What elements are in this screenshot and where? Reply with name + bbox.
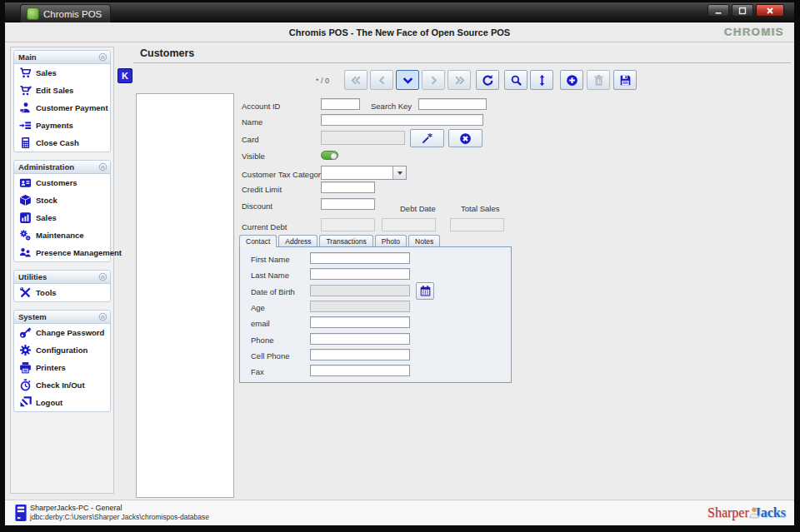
title-separator — [133, 62, 791, 63]
sidebar-item-label: Tools — [36, 288, 57, 297]
tab-photo[interactable]: Photo — [375, 235, 407, 246]
credit-limit-field[interactable] — [321, 181, 375, 193]
keyboard-button[interactable]: K — [118, 68, 132, 83]
debt-date-field — [382, 218, 436, 231]
sidebar-item-label: Printers — [36, 363, 66, 372]
sidebar-item-edit-sales[interactable]: Edit Sales — [14, 82, 110, 99]
previous-record-button — [370, 70, 393, 90]
section-header-administration[interactable]: Administration — [14, 161, 110, 174]
record-counter: * / 0 — [305, 77, 340, 85]
app-logo-icon — [27, 7, 39, 20]
clock-icon — [19, 379, 32, 391]
key-icon — [19, 326, 32, 339]
sidebar-item-check-in-out[interactable]: Check In/Out — [14, 376, 110, 394]
search-key-field[interactable] — [418, 98, 487, 110]
card-generate-button[interactable] — [410, 129, 444, 147]
cart-edit-icon — [19, 84, 32, 97]
first-name-label: First Name — [251, 255, 289, 264]
refresh-button[interactable] — [476, 70, 499, 90]
x-circle-icon — [459, 132, 472, 145]
window-controls — [708, 4, 784, 17]
tax-category-select[interactable] — [321, 166, 407, 180]
contact-tab-panel: First NameLast NameDate of BirthAgeemail… — [239, 246, 512, 383]
save-record-button[interactable] — [613, 70, 637, 90]
date-of-birth-field — [310, 285, 410, 296]
discount-field[interactable] — [321, 198, 375, 210]
chevron-left-icon — [376, 74, 388, 87]
sort-button[interactable] — [530, 70, 553, 90]
maximize-button[interactable] — [732, 4, 753, 17]
chevrons-up-circle-icon[interactable] — [98, 162, 108, 172]
bar-chart-icon — [19, 211, 32, 224]
section-label: System — [18, 312, 47, 321]
fax-field[interactable] — [310, 365, 410, 376]
chevrons-up-circle-icon[interactable] — [98, 272, 108, 281]
sidebar-item-maintenance[interactable]: Maintenance — [14, 226, 110, 244]
sidebar-item-printers[interactable]: Printers — [14, 359, 110, 376]
sidebar-item-tools[interactable]: Tools — [14, 284, 110, 301]
payments-icon — [19, 119, 32, 132]
name-field[interactable] — [321, 114, 483, 126]
chromis-brand-logo: CHROMIS — [724, 26, 784, 37]
customer-list[interactable] — [136, 93, 234, 498]
person-icon — [748, 506, 761, 520]
tab-notes[interactable]: Notes — [408, 235, 440, 246]
close-button[interactable] — [756, 4, 784, 17]
add-record-button[interactable] — [560, 70, 583, 90]
date-picker-button[interactable] — [416, 282, 434, 300]
search-button[interactable] — [504, 70, 528, 90]
detail-tabs: ContactAddressTransactionsPhotoNotes — [239, 235, 442, 246]
sidebar-item-payments[interactable]: Payments — [14, 117, 110, 134]
chevrons-up-circle-icon[interactable] — [98, 52, 108, 62]
sidebar-item-customer-payment[interactable]: Customer Payment — [14, 99, 110, 117]
visible-toggle[interactable] — [321, 151, 338, 160]
cell-phone-field[interactable] — [310, 349, 410, 360]
discount-label: Discount — [242, 201, 272, 211]
id-card-icon — [19, 177, 32, 189]
sort-arrows-icon — [536, 74, 548, 87]
titlebar: Chromis POS — [5, 2, 794, 22]
tab-transactions[interactable]: Transactions — [319, 235, 372, 246]
tax-category-label: Customer Tax Category — [242, 170, 325, 179]
magnifier-icon — [510, 74, 522, 87]
chevrons-up-circle-icon[interactable] — [98, 312, 108, 321]
first-name-field[interactable] — [310, 252, 410, 264]
section-header-main[interactable]: Main — [14, 51, 110, 64]
last-name-field[interactable] — [310, 268, 410, 280]
sidebar-item-logout[interactable]: Logout — [14, 394, 110, 411]
customer-payment-icon — [19, 102, 32, 114]
sidebar-item-label: Edit Sales — [36, 86, 73, 95]
card-clear-button[interactable] — [448, 129, 482, 147]
tab-contact[interactable]: Contact — [239, 235, 277, 247]
chevron-down-icon — [402, 74, 414, 87]
sidebar-item-label: Payments — [36, 121, 73, 130]
sidebar-section-system: SystemChange PasswordConfigurationPrinte… — [13, 310, 111, 412]
sidebar-item-customers[interactable]: Customers — [14, 174, 110, 191]
sidebar-item-stock[interactable]: Stock — [14, 191, 110, 209]
printer-icon — [19, 361, 32, 374]
refresh-icon — [482, 74, 494, 87]
sidebar-item-presence-management[interactable]: Presence Management — [14, 244, 110, 261]
sidebar-item-close-cash[interactable]: Close Cash — [14, 134, 110, 152]
sidebar-item-change-password[interactable]: Change Password — [14, 324, 110, 341]
sidebar-item-configuration[interactable]: Configuration — [14, 341, 110, 359]
email-field[interactable] — [310, 316, 410, 328]
calendar-icon — [419, 285, 432, 297]
phone-field[interactable] — [310, 333, 410, 345]
expand-list-button[interactable] — [396, 70, 419, 90]
last-record-button — [448, 70, 471, 90]
minimize-button[interactable] — [708, 4, 729, 17]
cart-icon — [19, 67, 32, 79]
app-tab: Chromis POS — [20, 4, 111, 22]
account-id-field[interactable] — [321, 98, 360, 110]
email-label: email — [251, 319, 270, 328]
sidebar-section-utilities: UtilitiesTools — [13, 270, 111, 302]
tab-address[interactable]: Address — [278, 235, 318, 246]
section-header-system[interactable]: System — [14, 311, 110, 324]
sidebar-item-sales[interactable]: Sales — [14, 64, 110, 82]
chevron-down-icon[interactable] — [392, 167, 406, 179]
sidebar-item-sales[interactable]: Sales — [14, 209, 110, 226]
total-sales-field — [450, 218, 504, 231]
card-field — [321, 131, 405, 145]
section-header-utilities[interactable]: Utilities — [14, 271, 110, 284]
